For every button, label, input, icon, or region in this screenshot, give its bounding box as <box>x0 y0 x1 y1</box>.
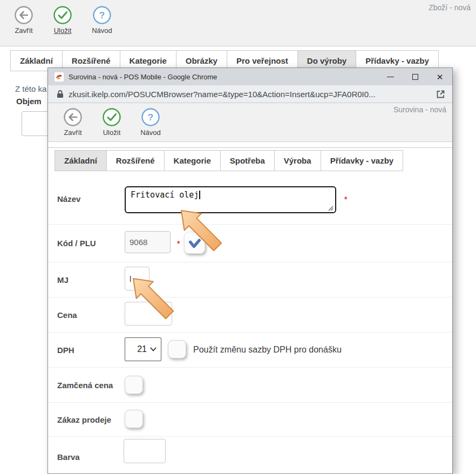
text-cursor <box>199 191 200 199</box>
zamcena-cena-label: Zamčená cena <box>57 381 125 390</box>
mj-input[interactable] <box>125 267 149 290</box>
kod-label: Kód / PLU <box>57 239 125 248</box>
back-arrow-icon <box>63 107 83 127</box>
tab-pridavky-vazby[interactable]: Přídavky - vazby <box>321 150 404 171</box>
dph-donaska-checkbox[interactable] <box>168 340 186 358</box>
close-icon[interactable]: ✕ <box>427 68 452 85</box>
form-row-zakaz-prodeje: Zákaz prodeje <box>48 403 452 437</box>
confirm-code-button[interactable] <box>184 232 205 254</box>
help-question-icon: ? <box>92 5 112 25</box>
help-question-icon: ? <box>141 107 160 127</box>
context-label: Surovina - nová <box>393 105 446 114</box>
save-check-icon <box>102 107 121 127</box>
popup-tab-bar: Základní Rozšířené Kategorie Spotřeba Vý… <box>55 150 403 171</box>
save-button[interactable]: Uložit <box>94 107 129 137</box>
app-favicon-icon <box>55 72 64 82</box>
minimize-icon[interactable] <box>378 68 403 85</box>
required-marker: * <box>344 195 347 204</box>
maximize-icon[interactable] <box>403 68 427 85</box>
volume-label: Objem <box>16 97 42 106</box>
cena-input[interactable] <box>125 302 172 326</box>
form-row-kod: Kód / PLU * <box>48 225 452 262</box>
help-button-label: Návod <box>133 128 168 137</box>
form-row-barva: Barva <box>48 437 452 474</box>
tab-spotreba[interactable]: Spotřeba <box>220 150 275 171</box>
blue-checkmark-icon <box>187 235 203 251</box>
nazev-textarea[interactable]: Fritovací olej <box>125 186 336 213</box>
chevron-down-icon <box>150 347 157 351</box>
background-toolbar: Zavřít Uložit ? Návod Zboží - nová <box>0 0 476 46</box>
save-check-icon <box>53 5 72 25</box>
mj-label: MJ <box>57 275 125 285</box>
back-arrow-icon <box>14 5 33 25</box>
tabstrip-divider <box>48 147 452 148</box>
close-button[interactable]: Zavřít <box>56 107 90 137</box>
form-row-zamcena-cena: Zamčená cena <box>48 368 452 403</box>
popup-form: Název Fritovací olej * Kód / PLU * MJ <box>48 173 452 474</box>
form-row-mj: MJ <box>48 262 452 297</box>
tab-zakladni[interactable]: Základní <box>55 150 107 171</box>
dph-select[interactable]: 21 <box>125 337 161 361</box>
close-button-label: Zavřít <box>6 26 41 35</box>
tab-vyroba[interactable]: Výroba <box>274 150 321 171</box>
nazev-value: Fritovací olej <box>131 190 199 200</box>
nazev-label: Název <box>57 194 125 204</box>
context-label: Zboží - nová <box>429 3 471 12</box>
help-button-label: Návod <box>85 26 119 35</box>
form-row-dph: DPH 21 Použít změnu sazby DPH pro donášk… <box>48 333 452 368</box>
save-button-label: Uložit <box>45 26 80 35</box>
required-marker: * <box>177 239 180 248</box>
svg-text:?: ? <box>148 112 153 123</box>
tab-kategorie[interactable]: Kategorie <box>164 150 221 171</box>
popup-urlbar[interactable]: zkusit.ikelp.com/POSUCMBrowser?name=&typ… <box>48 85 452 103</box>
zakaz-prodeje-label: Zákaz prodeje <box>57 415 125 424</box>
help-button[interactable]: ? Návod <box>85 5 119 35</box>
cena-label: Cena <box>57 310 125 320</box>
resize-grip-icon[interactable] <box>328 205 334 211</box>
kod-input[interactable] <box>125 231 171 253</box>
window-controls: ✕ <box>378 68 452 85</box>
dph-selected-value: 21 <box>137 344 147 354</box>
popup-window: Surovina - nová - POS Mobile - Google Ch… <box>47 67 453 474</box>
window-title: Surovina - nová - POS Mobile - Google Ch… <box>69 73 217 81</box>
lock-icon <box>57 90 64 98</box>
popup-toolbar: Zavřít Uložit ? Návod Surovina - nová <box>48 103 452 142</box>
zamcena-cena-checkbox[interactable] <box>125 376 143 394</box>
close-button-label: Zavřít <box>56 128 90 137</box>
save-button-label: Uložit <box>94 128 129 137</box>
svg-text:?: ? <box>99 10 105 21</box>
dph-checkbox-label: Použít změnu sazby DPH pro donášku <box>193 345 342 355</box>
dph-label: DPH <box>57 346 125 355</box>
tab-rozsirene[interactable]: Rozšířené <box>106 150 165 171</box>
form-row-nazev: Název Fritovací olej * <box>48 173 452 225</box>
form-row-cena: Cena <box>48 297 452 333</box>
barva-label: Barva <box>57 452 125 462</box>
close-button[interactable]: Zavřít <box>6 5 41 35</box>
open-in-new-icon[interactable] <box>436 90 445 99</box>
clipped-sentence: Z této ka <box>15 84 46 93</box>
popup-titlebar[interactable]: Surovina - nová - POS Mobile - Google Ch… <box>48 68 452 85</box>
barva-input[interactable] <box>124 439 166 463</box>
zakaz-prodeje-checkbox[interactable] <box>125 410 143 428</box>
help-button[interactable]: ? Návod <box>133 107 168 137</box>
url-text[interactable]: zkusit.ikelp.com/POSUCMBrowser?name=&typ… <box>69 90 432 99</box>
save-button[interactable]: Uložit <box>45 5 80 35</box>
